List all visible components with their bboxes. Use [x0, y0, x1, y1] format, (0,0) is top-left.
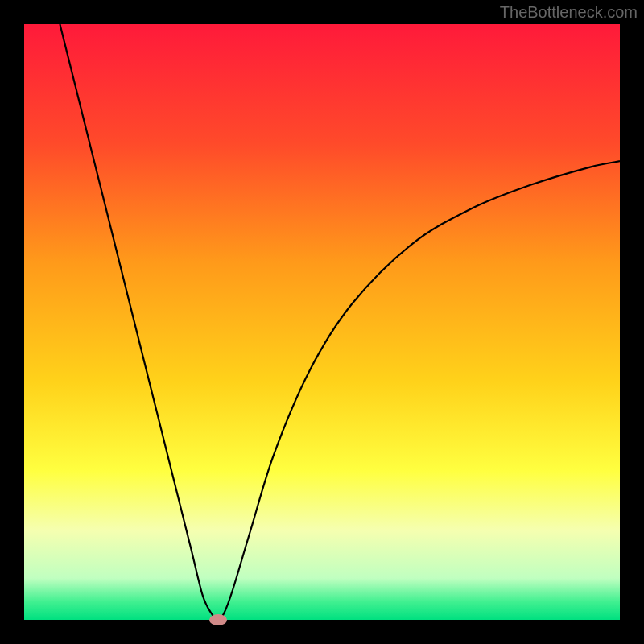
chart-container: TheBottleneck.com	[0, 0, 644, 644]
curve-svg	[24, 24, 620, 620]
watermark-text: TheBottleneck.com	[500, 3, 638, 22]
minimum-marker	[209, 614, 227, 625]
bottleneck-curve	[60, 24, 620, 620]
plot-area	[24, 24, 620, 620]
